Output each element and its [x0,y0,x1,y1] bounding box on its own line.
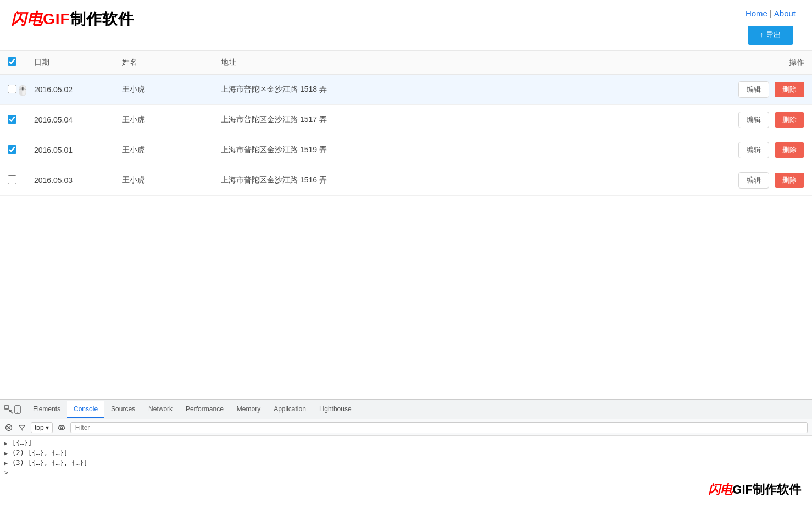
col-header-operation: 操作 [713,51,812,75]
console-line[interactable]: ▶[{…}] [4,438,808,448]
watermark-rest: 制作软件 [753,483,801,496]
row-checkbox-cell-2[interactable] [0,105,26,135]
top-dropdown-icon: ▾ [46,424,49,431]
row-checkbox-3[interactable] [8,145,16,154]
devtools-device-icon[interactable] [13,405,22,414]
checkbox-wrapper-3 [8,145,16,156]
watermark-gif: GIF [732,483,753,496]
console-text: (3) [{…}, {…}, {…}] [12,459,87,467]
row-date-2: 2016.05.04 [26,105,114,135]
row-checkbox-2[interactable] [8,115,16,124]
delete-button-2[interactable]: 删除 [775,112,804,128]
row-date-4: 2016.05.03 [26,165,114,196]
col-header-date: 日期 [26,51,114,75]
row-checkbox-4[interactable] [8,175,16,184]
delete-button-4[interactable]: 删除 [775,173,804,188]
logo-flash: 闪电 [11,9,43,30]
row-address-2: 上海市普陀区金沙江路 1517 弄 [213,105,713,135]
table-row: 2016.05.03 王小虎 上海市普陀区金沙江路 1516 弄 编辑 删除 [0,165,812,196]
top-selector[interactable]: top ▾ [31,422,53,433]
row-ops-3: 编辑 删除 [713,135,812,165]
checkbox-wrapper-4 [8,175,16,186]
logo-rest: 制作软件 [70,10,134,27]
checkbox-wrapper-1: 🖱️ [8,85,16,95]
row-ops-2: 编辑 删除 [713,105,812,135]
devtools-tabs: ElementsConsoleSourcesNetworkPerformance… [0,400,812,419]
row-checkbox-cell-3[interactable] [0,135,26,165]
svg-rect-0 [5,406,8,409]
row-name-3: 王小虎 [114,135,213,165]
nav-area: Home | About ↑ 导出 [746,9,796,45]
header-checkbox-cell[interactable] [0,51,26,75]
filter-input[interactable] [70,422,808,433]
logo-gif: GIF [43,10,70,27]
devtools-tab-sources[interactable]: Sources [104,401,142,418]
about-link[interactable]: About [774,9,796,18]
export-button[interactable]: ↑ 导出 [748,26,793,45]
devtools-console: ▶[{…}]▶(2) [{…}, {…}]▶(3) [{…}, {…}, {…}… [0,436,812,509]
svg-point-5 [60,427,63,429]
row-ops-1: 编辑 删除 [713,75,812,105]
devtools-inspect-icon[interactable] [4,405,13,414]
row-checkbox-1[interactable] [8,85,16,93]
row-address-1: 上海市普陀区金沙江路 1518 弄 [213,75,713,105]
row-date-3: 2016.05.01 [26,135,114,165]
svg-point-4 [58,425,65,430]
console-arrow: ▶ [4,440,10,446]
col-header-name: 姓名 [114,51,213,75]
devtools-tab-network[interactable]: Network [142,401,179,418]
delete-button-1[interactable]: 删除 [775,82,804,97]
console-arrow: ▶ [4,450,10,456]
table-header-row: 日期 姓名 地址 操作 [0,51,812,75]
filter-icon[interactable] [18,423,26,432]
devtools-toolbar: top ▾ [0,419,812,436]
prompt-caret: > [4,469,8,477]
devtools-tab-performance[interactable]: Performance [179,401,230,418]
console-prompt[interactable]: > [4,468,808,478]
top-label: top [35,424,44,431]
console-lines: ▶[{…}]▶(2) [{…}, {…}]▶(3) [{…}, {…}, {…}… [4,438,808,468]
row-ops-4: 编辑 删除 [713,165,812,196]
clear-console-icon[interactable] [4,423,13,432]
eye-icon[interactable] [57,423,66,432]
delete-button-3[interactable]: 删除 [775,142,804,158]
edit-button-2[interactable]: 编辑 [738,112,769,128]
watermark: 闪电GIF制作软件 [708,482,801,498]
svg-point-2 [17,412,18,413]
table-row: 🖱️ 2016.05.02 王小虎 上海市普陀区金沙江路 1518 弄 编辑 删… [0,75,812,105]
console-line[interactable]: ▶(3) [{…}, {…}, {…}] [4,458,808,468]
devtools-tab-elements[interactable]: Elements [26,401,67,418]
devtools-tab-lighthouse[interactable]: Lighthouse [313,401,358,418]
devtools-tab-console[interactable]: Console [67,401,104,418]
row-checkbox-cell-4[interactable] [0,165,26,196]
console-line[interactable]: ▶(2) [{…}, {…}] [4,448,808,458]
watermark-flash: 闪电 [708,482,732,498]
devtools-tab-memory[interactable]: Memory [230,401,267,418]
data-table: 日期 姓名 地址 操作 🖱️ 2016.05.02 王小虎 上海市普陀区金沙江路… [0,50,812,196]
edit-button-4[interactable]: 编辑 [738,172,769,189]
logo: 闪电GIF制作软件 [11,9,134,30]
row-address-4: 上海市普陀区金沙江路 1516 弄 [213,165,713,196]
nav-links: Home | About [746,9,796,18]
table-row: 2016.05.01 王小虎 上海市普陀区金沙江路 1519 弄 编辑 删除 [0,135,812,165]
header: 闪电GIF制作软件 Home | About ↑ 导出 [0,0,812,50]
row-checkbox-cell-1[interactable]: 🖱️ [0,75,26,105]
table-body: 🖱️ 2016.05.02 王小虎 上海市普陀区金沙江路 1518 弄 编辑 删… [0,75,812,196]
devtools-panel: ElementsConsoleSourcesNetworkPerformance… [0,399,812,509]
row-date-1: 2016.05.02 [26,75,114,105]
devtools-tabs-list: ElementsConsoleSourcesNetworkPerformance… [26,401,358,418]
checkbox-wrapper-2 [8,115,16,125]
nav-separator: | [770,9,772,18]
row-name-1: 王小虎 [114,75,213,105]
devtools-tab-application[interactable]: Application [267,401,313,418]
col-header-address: 地址 [213,51,713,75]
table-container: 日期 姓名 地址 操作 🖱️ 2016.05.02 王小虎 上海市普陀区金沙江路… [0,50,812,399]
console-text: [{…}] [12,439,32,447]
home-link[interactable]: Home [746,9,767,18]
edit-button-1[interactable]: 编辑 [738,81,769,98]
header-checkbox[interactable] [8,57,16,66]
row-name-4: 王小虎 [114,165,213,196]
edit-button-3[interactable]: 编辑 [738,142,769,158]
table-row: 2016.05.04 王小虎 上海市普陀区金沙江路 1517 弄 编辑 删除 [0,105,812,135]
row-address-3: 上海市普陀区金沙江路 1519 弄 [213,135,713,165]
